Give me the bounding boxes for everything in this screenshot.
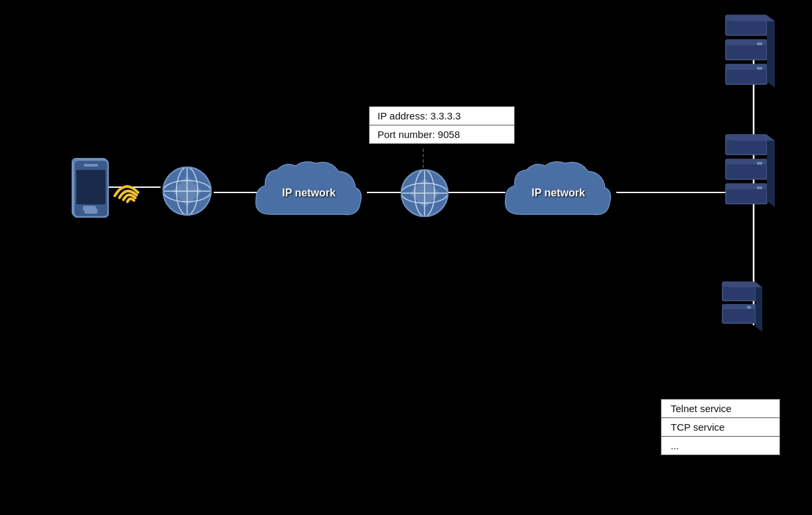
cloud-right: IP network [500,158,616,228]
svg-rect-43 [757,162,762,165]
svg-rect-11 [76,170,105,204]
svg-rect-32 [757,42,762,45]
svg-rect-54 [747,306,751,309]
svg-rect-46 [757,186,762,189]
cloud-left-label: IP network [282,187,336,199]
ip-address-row: IP address: 3.3.3.3 [370,107,514,125]
server-bot-icon [719,279,766,352]
svg-marker-55 [756,282,762,332]
telnet-service-row: Telnet service [661,400,779,418]
service-box: Telnet service TCP service ... [661,399,780,455]
svg-marker-47 [767,135,775,207]
cloud-right-label: IP network [531,187,585,199]
svg-marker-56 [722,282,762,287]
router-mid-icon [399,167,450,219]
cloud-left: IP network [251,158,367,228]
diagram-container: IP network IP network IP address: 3.3.3.… [0,0,812,515]
svg-rect-35 [757,67,762,70]
svg-marker-36 [767,15,775,88]
svg-marker-37 [726,15,775,21]
more-services-row: ... [661,437,779,455]
wifi-signal-icon [111,173,151,212]
svg-rect-12 [84,208,98,214]
info-box: IP address: 3.3.3.3 Port number: 9058 [369,106,515,144]
port-number-row: Port number: 9058 [370,125,514,143]
server-top-icon [720,12,780,105]
router-left-icon [161,165,214,218]
server-mid-icon [720,131,780,224]
mobile-device [72,158,107,216]
svg-rect-10 [84,164,98,167]
svg-marker-48 [726,135,775,141]
tcp-service-row: TCP service [661,418,779,437]
